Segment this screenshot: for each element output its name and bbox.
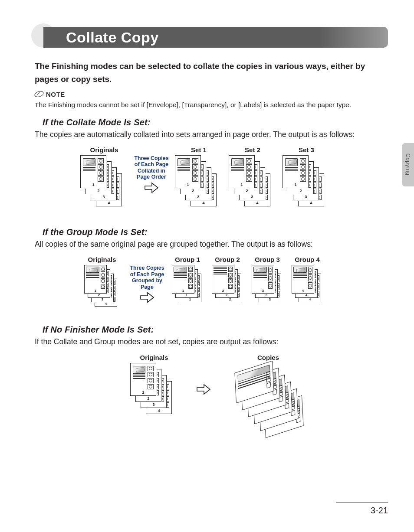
sheet-num: 4	[309, 297, 311, 301]
sheet-num: 3	[266, 293, 267, 297]
diagram-collate: Originals Set 1 Set 2 Set 3 4 3 2 1 Thre…	[78, 146, 379, 216]
arrow-right-icon	[140, 292, 154, 303]
arrow-caption-line: Three Copies	[130, 265, 164, 271]
sheet-num: 3	[152, 402, 154, 407]
text-collate: The copies are automatically collated in…	[35, 129, 388, 140]
nf-arrow	[188, 363, 219, 395]
paper-stack: 2 2 2	[212, 265, 243, 305]
text-nofinisher: If the Collate and Group modes are not s…	[35, 336, 388, 347]
sheet-num: 2	[97, 189, 99, 193]
paper-stack: 4 3 2 1	[80, 155, 128, 216]
sheet-num: 3	[305, 195, 307, 199]
g1-stack: 1 1 1	[168, 265, 207, 305]
arrow-caption-line: of Each Page	[130, 271, 164, 277]
text-group: All copies of the same original page are…	[35, 239, 388, 250]
arrow-caption-line: of Each Page	[135, 161, 169, 167]
sheet-num: 2	[192, 189, 194, 193]
label-g3: Group 3	[248, 256, 286, 263]
arrow-right-icon	[144, 182, 159, 193]
sheet-num: 3	[262, 289, 264, 293]
footer: 3-21	[336, 503, 388, 516]
nf-copies	[220, 363, 316, 437]
paper-stack: 4 3 2 1	[175, 155, 223, 216]
pencil-icon	[33, 91, 45, 97]
arrow-caption: Three Copies of Each Page Collated in Pa…	[134, 155, 168, 180]
label-originals: Originals	[78, 146, 130, 153]
sheet-num: 3	[102, 195, 105, 199]
collate-arrow-col: Three Copies of Each Page Collated in Pa…	[132, 155, 171, 193]
label-g1: Group 1	[168, 256, 207, 263]
paper-stack: 4 3 2 1	[130, 363, 178, 424]
diagram-group: Originals Group 1 Group 2 Group 3 Group …	[78, 256, 379, 313]
collate-stacks: 4 3 2 1 Three Copies of Each Page Collat…	[78, 155, 379, 216]
sheet-num: 4	[105, 302, 107, 306]
label-set2: Set 2	[227, 146, 279, 153]
footer-rule	[336, 503, 388, 503]
g2-stack: 2 2 2	[208, 265, 246, 305]
group-originals: 4 3 2 1	[78, 265, 126, 313]
nf-originals: 4 3 2 1	[122, 363, 187, 424]
sheet-num: 1	[142, 390, 144, 395]
sheet-num: 3	[197, 195, 199, 199]
sheet-num: 4	[302, 289, 304, 293]
arrow-caption-line: Collated in	[138, 168, 165, 174]
set1-stack: 4 3 2 1	[173, 155, 225, 216]
label-set3: Set 3	[280, 146, 332, 153]
note-row: NOTE	[35, 91, 388, 98]
sheet-num: 2	[299, 189, 302, 193]
diagram-nofinisher: Originals Copies 4 3 2 1	[122, 354, 340, 437]
g4-stack: 4 4 4	[288, 265, 326, 305]
heading-group: If the Group Mode Is Set:	[43, 227, 388, 237]
copies-pile	[225, 363, 312, 437]
sheet-num: 2	[226, 293, 227, 297]
side-tab-copying: Copying	[402, 143, 414, 186]
paper-stack: 1 1 1	[172, 265, 203, 305]
label-set1: Set 1	[173, 146, 225, 153]
sheet-num: 2	[222, 289, 224, 293]
nf-stacks: 4 3 2 1	[122, 363, 340, 437]
label-originals-g: Originals	[78, 256, 126, 263]
paper-stack: 4 4 4	[292, 265, 323, 305]
intro-text: The Finishing modes can be selected to c…	[35, 60, 388, 86]
paper-stack: 3 3 3	[252, 265, 283, 305]
side-tab-label: Copying	[405, 153, 411, 176]
sheet-num: 4	[158, 408, 160, 413]
collate-labels: Originals Set 1 Set 2 Set 3	[78, 146, 379, 153]
note-label: NOTE	[46, 91, 65, 98]
sheet-num: 1	[189, 297, 191, 301]
sheet-num: 4	[256, 201, 258, 205]
label-g4: Group 4	[288, 256, 326, 263]
group-labels: Originals Group 1 Group 2 Group 3 Group …	[78, 256, 379, 263]
arrow-caption-line: Grouped by	[132, 277, 162, 284]
sheet-num: 1	[187, 183, 189, 187]
paper-stack: 4 3 2 1	[84, 265, 120, 313]
label-nf-copies: Copies	[220, 354, 316, 361]
sheet-num: 4	[202, 201, 204, 205]
sheet-num: 1	[240, 183, 243, 187]
sheet-num: 4	[310, 201, 312, 205]
arrow-caption-line: Three Copies	[134, 155, 168, 161]
header-bar-bg: Collate Copy	[43, 27, 388, 48]
arrow-caption: Three Copies of Each Page Grouped by Pag…	[130, 265, 164, 290]
paper-stack: 4 3 2 1	[229, 155, 276, 216]
sheet-num: 1	[95, 289, 96, 293]
sheet-num: 2	[98, 293, 100, 297]
g3-stack: 3 3 3	[248, 265, 286, 305]
set3-stack: 4 3 2 1	[280, 155, 332, 216]
label-g2: Group 2	[208, 256, 246, 263]
arrow-caption-line: Page Order	[137, 174, 166, 180]
header-bar: Collate Copy	[35, 26, 388, 50]
heading-collate: If the Collate Mode Is Set:	[43, 117, 388, 127]
nf-labels: Originals Copies	[122, 354, 340, 361]
sheet-num: 2	[147, 396, 149, 401]
sheet-num: 2	[246, 189, 248, 193]
sheet-num: 1	[186, 293, 187, 297]
page-number: 3-21	[336, 506, 388, 516]
label-nf-originals: Originals	[122, 354, 187, 361]
sheet-num: 4	[306, 293, 307, 297]
group-stacks: 4 3 2 1 Three Copies of Each Page Groupe…	[78, 265, 379, 313]
sheet-num: 3	[102, 297, 103, 301]
page-title: Collate Copy	[66, 29, 159, 46]
group-arrow-col: Three Copies of Each Page Grouped by Pag…	[128, 265, 167, 303]
arrow-right-icon	[196, 384, 211, 395]
